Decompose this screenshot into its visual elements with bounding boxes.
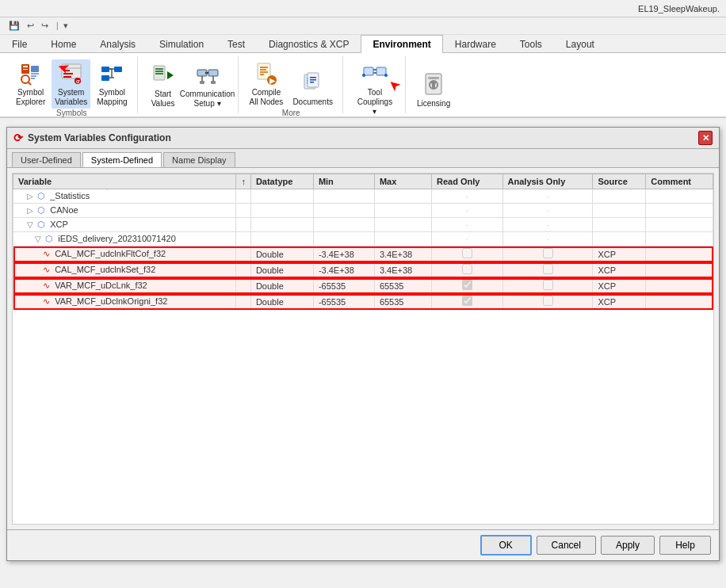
- var-datatype: Double: [250, 294, 313, 310]
- qa-separator: |: [56, 21, 59, 30]
- col-max[interactable]: Max: [374, 174, 431, 189]
- svg-rect-23: [154, 66, 165, 80]
- tab-system-defined[interactable]: System-Defined: [82, 152, 162, 167]
- qa-redo[interactable]: ↪: [39, 20, 51, 32]
- var-icon: ∿: [43, 249, 50, 258]
- svg-rect-52: [376, 67, 386, 75]
- var-icon: ∿: [43, 265, 50, 274]
- col-variable[interactable]: Variable: [13, 174, 236, 189]
- svg-rect-58: [428, 77, 439, 79]
- svg-text:▶: ▶: [269, 77, 276, 85]
- tab-tools[interactable]: Tools: [508, 35, 554, 53]
- tab-file[interactable]: File: [0, 35, 39, 53]
- qa-save[interactable]: 💾: [6, 20, 22, 32]
- svg-rect-2: [23, 69, 28, 70]
- table-row[interactable]: ▽ ⬡ iEDS_delivery_202310071420 · ·: [13, 232, 713, 246]
- tool-couplings-button[interactable]: ToolCouplings ▾: [351, 59, 399, 118]
- ribbon-group-licensing: Licensing: [407, 56, 460, 113]
- col-datatype[interactable]: Datatype: [250, 174, 313, 189]
- tab-test[interactable]: Test: [216, 35, 257, 53]
- var-name: ▷ ⬡ _Statistics: [13, 189, 236, 204]
- tab-home[interactable]: Home: [39, 35, 88, 53]
- node-icon: ⬡: [37, 191, 45, 200]
- var-name-text: _Statistics: [50, 191, 90, 200]
- var-icon: ∿: [43, 281, 50, 290]
- comm-setup-label: CommunicationSetup ▾: [180, 90, 235, 109]
- documents-label: Documents: [292, 97, 333, 107]
- var-max: [374, 189, 431, 204]
- var-comment: [646, 262, 713, 278]
- ribbon-group-tool-couplings: ToolCouplings ▾: [345, 56, 406, 113]
- var-datatype: Double: [250, 262, 313, 278]
- var-name: ▷ ⬡ CANoe: [13, 204, 236, 218]
- svg-rect-1: [23, 66, 28, 67]
- tab-diagnostics[interactable]: Diagnostics & XCP: [257, 35, 361, 53]
- table-row[interactable]: ▷ ⬡ CANoe · ·: [13, 204, 713, 218]
- symbol-explorer-icon: [18, 61, 44, 86]
- col-source[interactable]: Source: [593, 174, 646, 189]
- var-source: XCP: [593, 278, 646, 294]
- comm-setup-button[interactable]: CommunicationSetup ▾: [184, 61, 231, 110]
- variables-table-container[interactable]: Variable ↑ Datatype Min Max Read Only An…: [12, 173, 714, 525]
- svg-rect-53: [373, 69, 376, 71]
- compile-all-nodes-button[interactable]: ▶ CompileAll Nodes: [246, 59, 287, 109]
- table-row[interactable]: ∿ VAR_MCF_uDcLnk_f32 Double -65535 65535…: [13, 278, 713, 294]
- table-row[interactable]: ▷ ⬡ _Statistics · ·: [13, 189, 713, 204]
- col-comment[interactable]: Comment: [646, 174, 713, 189]
- tab-user-defined[interactable]: User-Defined: [12, 152, 81, 167]
- col-sort[interactable]: ↑: [236, 174, 251, 189]
- documents-icon: [300, 71, 326, 96]
- tab-environment[interactable]: Environment: [361, 35, 442, 53]
- system-variables-button[interactable]: σ SystemVariables: [52, 59, 90, 109]
- cancel-button[interactable]: Cancel: [537, 536, 596, 555]
- var-name-text: CAL_MCF_udclnkFltCof_f32: [55, 249, 166, 258]
- dialog-close-button[interactable]: ✕: [698, 131, 713, 145]
- table-row[interactable]: ▽ ⬡ XCP · ·: [13, 218, 713, 232]
- tab-layout[interactable]: Layout: [554, 35, 606, 53]
- qa-dropdown[interactable]: ▾: [61, 20, 71, 32]
- tab-analysis[interactable]: Analysis: [88, 35, 147, 53]
- var-icon: ∿: [43, 296, 50, 306]
- var-analysisonly: [502, 246, 593, 262]
- tab-name-display[interactable]: Name Display: [163, 152, 235, 167]
- col-min[interactable]: Min: [313, 174, 374, 189]
- symbol-explorer-button[interactable]: SymbolExplorer: [13, 59, 48, 109]
- svg-rect-50: [310, 82, 314, 83]
- start-values-button[interactable]: StartValues: [146, 61, 181, 110]
- apply-button[interactable]: Apply: [601, 536, 655, 555]
- help-button[interactable]: Help: [659, 536, 711, 555]
- var-source: XCP: [593, 246, 646, 262]
- var-name-text: CAL_MCF_udclnkSet_f32: [55, 265, 155, 274]
- svg-point-56: [384, 74, 388, 77]
- dialog-title: ⟳ System Variables Configuration: [13, 132, 171, 144]
- tool-couplings-label: ToolCouplings ▾: [354, 88, 395, 116]
- table-row[interactable]: ∿ VAR_MCF_uDclnkOrigni_f32 Double -65535…: [13, 294, 713, 310]
- svg-rect-16: [101, 67, 109, 72]
- documents-button[interactable]: Documents: [289, 69, 336, 109]
- svg-marker-27: [167, 71, 174, 79]
- col-readonly[interactable]: Read Only: [432, 174, 503, 189]
- ok-button[interactable]: OK: [480, 535, 532, 556]
- svg-text:σ: σ: [76, 78, 80, 84]
- ribbon-group-more: ▶ CompileAll Nodes Documents More: [240, 56, 343, 113]
- var-name-text: VAR_MCF_uDclnkOrigni_f32: [55, 296, 167, 306]
- node-icon: ⬡: [37, 220, 45, 229]
- var-name: ∿ VAR_MCF_uDclnkOrigni_f32: [13, 294, 236, 310]
- var-max: 65535: [374, 294, 431, 310]
- qa-undo[interactable]: ↩: [25, 20, 36, 32]
- var-source: XCP: [593, 262, 646, 278]
- licensing-button[interactable]: Licensing: [414, 71, 453, 110]
- var-min: [313, 189, 374, 204]
- var-readonly: [432, 246, 503, 262]
- tab-hardware[interactable]: Hardware: [443, 35, 508, 53]
- table-row[interactable]: ∿ CAL_MCF_udclnkFltCof_f32 Double -3.4E+…: [13, 246, 713, 262]
- var-name-text: VAR_MCF_uDcLnk_f32: [55, 281, 147, 290]
- licensing-icon: [421, 72, 446, 97]
- tab-simulation[interactable]: Simulation: [147, 35, 216, 53]
- svg-rect-54: [373, 72, 376, 74]
- col-analysisonly[interactable]: Analysis Only: [502, 174, 593, 189]
- symbol-mapping-button[interactable]: SymbolMapping: [94, 59, 130, 109]
- symbols-group-label: Symbols: [56, 109, 86, 119]
- table-row[interactable]: ∿ CAL_MCF_udclnkSet_f32 Double -3.4E+38 …: [13, 262, 713, 278]
- expand-icon: ▽: [35, 235, 41, 243]
